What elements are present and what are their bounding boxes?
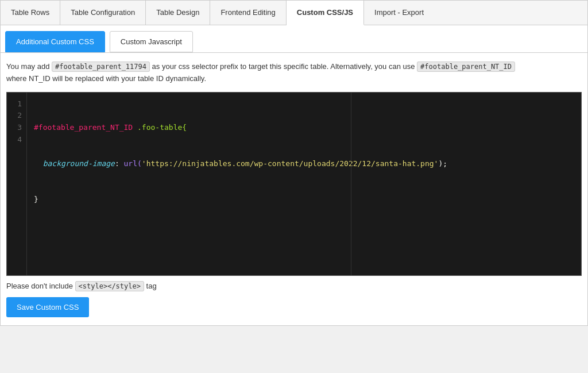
- tab-bar: Table Rows Table Configuration Table Des…: [1, 1, 587, 25]
- token-url: url(: [124, 159, 142, 168]
- sub-tab-custom-javascript[interactable]: Custom Javascript: [110, 31, 193, 52]
- tab-import-export[interactable]: Import - Export: [364, 1, 434, 25]
- token-string: 'https://ninjatables.com/wp-content/uplo…: [142, 159, 439, 168]
- footer-suffix: tag: [144, 282, 157, 290]
- token-brace: }: [34, 195, 38, 203]
- token-colon: :: [115, 159, 124, 168]
- info-prefix: You may add: [6, 62, 52, 71]
- code-editor[interactable]: 1 2 3 4 #footable_parent_NT_ID .foo-tabl…: [6, 92, 582, 276]
- code-line-3: }: [34, 194, 574, 206]
- code-line-2: background-image: url('https://ninjatabl…: [34, 158, 574, 170]
- footer-text: Please don't include <style></style> tag: [6, 276, 582, 297]
- code-line-1: #footable_parent_NT_ID .foo-table{: [34, 122, 574, 134]
- content-area: You may add #footable_parent_11794 as yo…: [1, 53, 587, 325]
- code-content[interactable]: #footable_parent_NT_ID .foo-table{ backg…: [27, 93, 581, 275]
- vertical-divider: [351, 93, 351, 275]
- badge-specific-id: #footable_parent_11794: [52, 61, 150, 72]
- tab-table-rows[interactable]: Table Rows: [1, 1, 60, 25]
- token-property: background-image: [43, 159, 115, 168]
- line-numbers: 1 2 3 4: [7, 93, 27, 275]
- main-container: Table Rows Table Configuration Table Des…: [0, 0, 588, 326]
- tab-custom-css-js[interactable]: Custom CSS/JS: [287, 1, 364, 25]
- token-selector: #footable_parent_NT_ID: [34, 123, 133, 132]
- info-middle: as your css selector prefix to target th…: [150, 62, 417, 71]
- info-text: You may add #footable_parent_11794 as yo…: [6, 61, 582, 85]
- tab-frontend-editing[interactable]: Frontend Editing: [210, 1, 286, 25]
- save-custom-css-button[interactable]: Save Custom CSS: [6, 297, 89, 317]
- info-suffix: where NT_ID will be replaced with your t…: [6, 74, 206, 83]
- footer-prefix: Please don't include: [6, 282, 75, 290]
- tab-table-design[interactable]: Table Design: [146, 1, 210, 25]
- token-close: );: [438, 159, 447, 168]
- sub-tab-additional-custom-css[interactable]: Additional Custom CSS: [5, 31, 105, 52]
- footer-badge: <style></style>: [75, 281, 144, 291]
- badge-nt-id: #footable_parent_NT_ID: [417, 61, 515, 72]
- sub-tab-bar: Additional Custom CSS Custom Javascript: [1, 25, 587, 53]
- token-class: .foo-table{: [133, 123, 187, 132]
- tab-table-configuration[interactable]: Table Configuration: [60, 1, 146, 25]
